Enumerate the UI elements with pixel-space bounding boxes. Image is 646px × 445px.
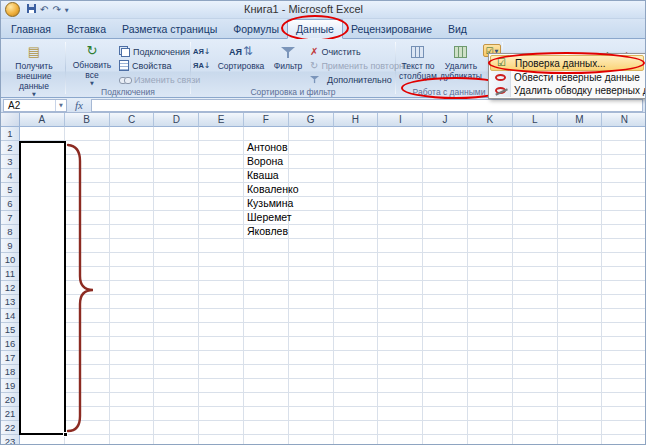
row-header-20[interactable]: 20 — [1, 393, 20, 407]
cell-L7[interactable] — [513, 211, 558, 225]
row-header-10[interactable]: 10 — [1, 253, 20, 267]
text-to-columns-button[interactable]: Текст по столбцам — [397, 41, 439, 86]
cell-B7[interactable] — [65, 211, 110, 225]
cell-E17[interactable] — [199, 351, 244, 365]
column-header-e[interactable]: E — [199, 113, 244, 127]
column-header-a[interactable]: A — [20, 113, 65, 127]
cell-C8[interactable] — [110, 225, 155, 239]
cell-J17[interactable] — [423, 351, 468, 365]
cell-H4[interactable] — [334, 169, 379, 183]
cell-D15[interactable] — [154, 323, 199, 337]
menu-item-data-validation[interactable]: ☑ Проверка данных... — [490, 55, 644, 71]
cell-N1[interactable] — [602, 127, 645, 141]
row-header-8[interactable]: 8 — [1, 225, 20, 239]
cell-B20[interactable] — [65, 393, 110, 407]
cell-J9[interactable] — [423, 239, 468, 253]
row-header-19[interactable]: 19 — [1, 379, 20, 393]
cell-H14[interactable] — [334, 309, 379, 323]
cell-K14[interactable] — [468, 309, 513, 323]
cell-B21[interactable] — [65, 407, 110, 421]
cell-G17[interactable] — [289, 351, 334, 365]
menu-item-clear-validation-circles[interactable]: Удалить обводку неверных данных — [490, 84, 644, 97]
cell-J8[interactable] — [423, 225, 468, 239]
cell-M23[interactable] — [558, 435, 603, 444]
cell-D8[interactable] — [154, 225, 199, 239]
cell-J3[interactable] — [423, 155, 468, 169]
cell-M20[interactable] — [558, 393, 603, 407]
row-header-7[interactable]: 7 — [1, 211, 20, 225]
cell-F20[interactable] — [244, 393, 289, 407]
cell-N20[interactable] — [602, 393, 645, 407]
cell-J5[interactable] — [423, 183, 468, 197]
sort-ascending-button[interactable]: АЯ↓ — [192, 45, 214, 58]
cell-D13[interactable] — [154, 295, 199, 309]
cell-F16[interactable] — [244, 337, 289, 351]
sort-descending-button[interactable]: ЯА↓ — [192, 59, 214, 72]
cell-I9[interactable] — [378, 239, 423, 253]
cell-F21[interactable] — [244, 407, 289, 421]
cell-C9[interactable] — [110, 239, 155, 253]
cell-K9[interactable] — [468, 239, 513, 253]
cell-K17[interactable] — [468, 351, 513, 365]
cell-N6[interactable] — [602, 197, 645, 211]
cell-F15[interactable] — [244, 323, 289, 337]
cell-C10[interactable] — [110, 253, 155, 267]
name-box-dropdown-icon[interactable]: ▼ — [55, 100, 66, 111]
cell-L16[interactable] — [513, 337, 558, 351]
cell-C20[interactable] — [110, 393, 155, 407]
cell-H9[interactable] — [334, 239, 379, 253]
cell-B6[interactable] — [65, 197, 110, 211]
tab-review[interactable]: Рецензирование — [343, 20, 440, 38]
cell-N9[interactable] — [602, 239, 645, 253]
cell-D7[interactable] — [154, 211, 199, 225]
cell-H20[interactable] — [334, 393, 379, 407]
cell-G21[interactable] — [289, 407, 334, 421]
cell-M2[interactable] — [558, 141, 603, 155]
row-header-14[interactable]: 14 — [1, 309, 20, 323]
cell-G18[interactable] — [289, 365, 334, 379]
cell-G2[interactable] — [289, 141, 334, 155]
cell-M14[interactable] — [558, 309, 603, 323]
cell-L10[interactable] — [513, 253, 558, 267]
cell-L12[interactable] — [513, 281, 558, 295]
get-external-data-button[interactable]: ▤ Получить внешние данные ▼ — [4, 41, 64, 97]
cell-L11[interactable] — [513, 267, 558, 281]
cell-D18[interactable] — [154, 365, 199, 379]
cell-J12[interactable] — [423, 281, 468, 295]
cell-K8[interactable] — [468, 225, 513, 239]
cell-H18[interactable] — [334, 365, 379, 379]
cell-D23[interactable] — [154, 435, 199, 444]
cell-E5[interactable] — [199, 183, 244, 197]
cell-C12[interactable] — [110, 281, 155, 295]
cell-H15[interactable] — [334, 323, 379, 337]
cell-D10[interactable] — [154, 253, 199, 267]
cell-N10[interactable] — [602, 253, 645, 267]
cell-F11[interactable] — [244, 267, 289, 281]
cell-B8[interactable] — [65, 225, 110, 239]
cell-M15[interactable] — [558, 323, 603, 337]
row-header-11[interactable]: 11 — [1, 267, 20, 281]
cell-F22[interactable] — [244, 421, 289, 435]
cell-G11[interactable] — [289, 267, 334, 281]
cell-N13[interactable] — [602, 295, 645, 309]
row-header-23[interactable]: 23 — [1, 435, 20, 444]
cell-A1[interactable] — [20, 127, 65, 141]
cell-L15[interactable] — [513, 323, 558, 337]
cell-G14[interactable] — [289, 309, 334, 323]
row-header-3[interactable]: 3 — [1, 155, 20, 169]
sort-button[interactable]: АЯ⇅ Сортировка — [214, 41, 268, 86]
cell-N11[interactable] — [602, 267, 645, 281]
cell-N18[interactable] — [602, 365, 645, 379]
row-header-9[interactable]: 9 — [1, 239, 20, 253]
tab-formulas[interactable]: Формулы — [225, 20, 287, 38]
cell-H21[interactable] — [334, 407, 379, 421]
cell-D19[interactable] — [154, 379, 199, 393]
cell-K5[interactable] — [468, 183, 513, 197]
cell-L23[interactable] — [513, 435, 558, 444]
cell-B12[interactable] — [65, 281, 110, 295]
cell-H1[interactable] — [334, 127, 379, 141]
cell-E10[interactable] — [199, 253, 244, 267]
properties-button[interactable]: Свойства — [117, 59, 189, 72]
cell-D9[interactable] — [154, 239, 199, 253]
cell-C5[interactable] — [110, 183, 155, 197]
